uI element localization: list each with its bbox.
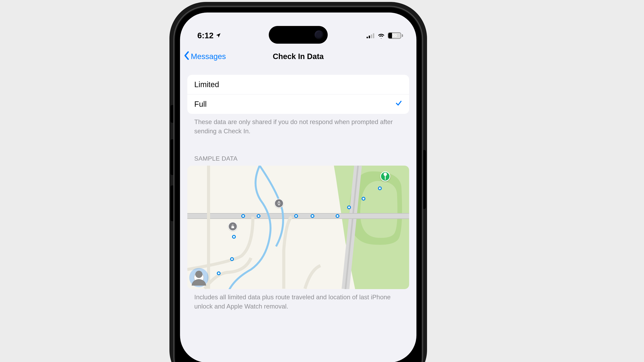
svg-rect-0 [366, 37, 368, 38]
unlock-icon [230, 224, 236, 229]
svg-point-11 [384, 173, 387, 176]
sample-data-footer: Includes all limited data plus route tra… [187, 289, 409, 311]
route-point [230, 257, 234, 261]
option-limited[interactable]: Limited [187, 75, 409, 94]
back-button[interactable]: Messages [184, 47, 226, 66]
sample-data-header: SAMPLE DATA [187, 136, 409, 166]
options-footer: These data are only shared if you do not… [187, 114, 409, 136]
route-point [232, 235, 236, 239]
data-level-options: Limited Full [187, 75, 409, 114]
svg-rect-1 [369, 35, 370, 38]
svg-rect-7 [232, 226, 234, 228]
route-point [347, 205, 351, 209]
option-full[interactable]: Full [187, 94, 409, 114]
svg-rect-12 [385, 175, 386, 180]
pin-icon [381, 172, 390, 181]
svg-rect-10 [278, 205, 280, 205]
apple-watch-marker [274, 199, 284, 208]
route-point [310, 214, 314, 218]
route-point [257, 214, 260, 218]
route-point [362, 197, 366, 201]
svg-point-13 [195, 271, 202, 278]
status-bar: 6:12 [180, 24, 416, 47]
route-point [217, 271, 221, 275]
route-point [294, 214, 298, 218]
checkmark-icon [395, 100, 402, 108]
navigation-bar: Messages Check In Data [180, 47, 416, 66]
person-icon [189, 268, 208, 287]
page-title: Check In Data [273, 52, 324, 61]
cellular-signal-icon [366, 33, 375, 38]
option-label: Limited [194, 80, 219, 89]
status-time: 6:12 [197, 31, 214, 40]
battery-indicator: 30 [388, 32, 403, 39]
route-point [336, 214, 340, 218]
svg-rect-6 [187, 214, 409, 218]
svg-rect-2 [371, 34, 372, 38]
watch-icon [276, 201, 282, 206]
location-arrow-icon [216, 31, 221, 40]
destination-pin [380, 171, 390, 181]
battery-percent: 30 [388, 33, 401, 38]
option-label: Full [194, 100, 206, 108]
iphone-unlock-marker [228, 222, 238, 231]
route-point [241, 214, 245, 218]
svg-rect-8 [278, 202, 280, 205]
svg-rect-3 [373, 33, 374, 38]
screen: 6:12 [180, 12, 416, 362]
svg-rect-9 [278, 201, 280, 202]
sample-data-map [187, 166, 409, 289]
back-label: Messages [191, 52, 226, 61]
current-location-marker [189, 268, 208, 287]
route-point [378, 186, 382, 190]
wifi-icon [377, 33, 385, 38]
chevron-left-icon [184, 51, 190, 61]
